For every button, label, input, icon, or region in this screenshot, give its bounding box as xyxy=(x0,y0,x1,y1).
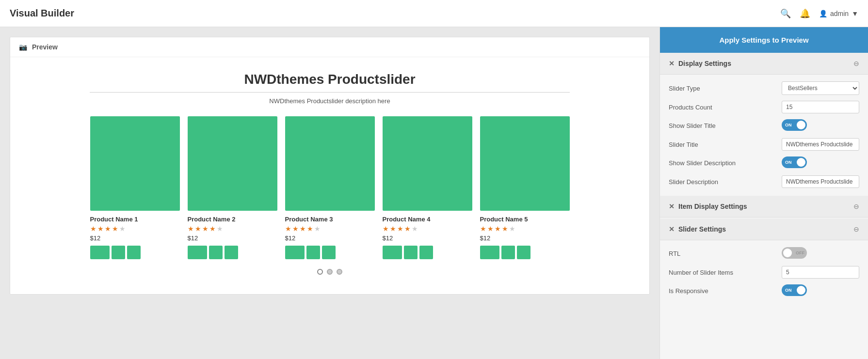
preview-card: 📷 Preview NWDthemes Productslider NWDthe… xyxy=(10,37,650,295)
slider-settings-title-group: ✕ Slider Settings xyxy=(669,225,726,233)
star-icon: ★ xyxy=(502,225,508,233)
show-slider-desc-row: Show Slider Description ON xyxy=(669,156,859,170)
product-stars: ★ ★ ★ ★ ★ xyxy=(480,225,570,233)
add-to-cart-button[interactable] xyxy=(90,246,110,259)
display-settings-header[interactable]: ✕ Display Settings ⊖ xyxy=(660,53,868,75)
slider-dot-3[interactable] xyxy=(337,269,342,275)
compare-button[interactable] xyxy=(322,246,336,259)
navbar-icons: 🔍 🔔 👤 admin ▼ xyxy=(780,8,858,19)
slider-title-row: Slider Title xyxy=(669,138,859,151)
responsive-control: ON xyxy=(782,284,859,297)
camera-icon: 📷 xyxy=(19,43,27,51)
star-icon: ★ xyxy=(195,225,201,233)
wishlist-button[interactable] xyxy=(112,246,125,259)
show-slider-desc-label: Show Slider Description xyxy=(669,159,782,167)
username-label: admin xyxy=(830,10,849,17)
show-slider-title-row: Show Slider Title ON xyxy=(669,119,859,132)
collapse-icon: ⊖ xyxy=(853,60,859,67)
show-slider-title-toggle[interactable]: ON xyxy=(782,119,807,131)
settings-x-icon: ✕ xyxy=(669,60,675,67)
rtl-label: RTL xyxy=(669,250,782,257)
compare-button[interactable] xyxy=(419,246,433,259)
list-item: Product Name 4 ★ ★ ★ ★ ★ $12 xyxy=(383,116,472,259)
list-item: Product Name 1 ★ ★ ★ ★ ★ $12 xyxy=(90,116,180,259)
star-icon: ★ xyxy=(397,225,403,233)
compare-button[interactable] xyxy=(517,246,530,259)
slider-divider xyxy=(90,92,570,93)
compare-button[interactable] xyxy=(225,246,238,259)
add-to-cart-button[interactable] xyxy=(188,246,207,259)
slider-description: NWDthemes Productslider description here xyxy=(30,97,630,105)
display-settings-title: Display Settings xyxy=(678,60,731,67)
product-actions xyxy=(480,246,570,259)
slider-desc-row: Slider Description xyxy=(669,175,859,188)
slider-type-select[interactable]: BestSellers Featured New xyxy=(782,81,859,95)
star-empty-icon: ★ xyxy=(509,225,515,233)
product-name: Product Name 4 xyxy=(383,216,472,223)
wishlist-button[interactable] xyxy=(404,246,418,259)
star-empty-icon: ★ xyxy=(412,225,418,233)
products-count-input[interactable] xyxy=(782,101,859,113)
rtl-toggle[interactable]: OFF xyxy=(782,247,807,259)
show-slider-title-control: ON xyxy=(782,119,859,132)
user-menu[interactable]: 👤 admin ▼ xyxy=(819,10,858,17)
bell-icon[interactable]: 🔔 xyxy=(800,8,810,19)
add-to-cart-button[interactable] xyxy=(480,246,499,259)
product-actions xyxy=(383,246,472,259)
wishlist-button[interactable] xyxy=(209,246,223,259)
product-name: Product Name 5 xyxy=(480,216,570,223)
wishlist-button[interactable] xyxy=(306,246,320,259)
star-icon: ★ xyxy=(383,225,389,233)
star-icon: ★ xyxy=(480,225,486,233)
right-panel: Apply Settings to Preview ✕ Display Sett… xyxy=(659,27,868,359)
slider-type-row: Slider Type BestSellers Featured New xyxy=(669,81,859,95)
products-count-control xyxy=(782,101,859,113)
item-display-settings-title-group: ✕ Item Display Settings xyxy=(669,203,747,210)
item-display-settings-header[interactable]: ✕ Item Display Settings ⊖ xyxy=(660,196,868,218)
preview-label: Preview xyxy=(32,43,58,51)
user-avatar-icon: 👤 xyxy=(819,10,827,17)
product-price: $12 xyxy=(480,234,570,242)
product-price: $12 xyxy=(383,234,472,242)
star-icon: ★ xyxy=(292,225,299,233)
preview-content: NWDthemes Productslider NWDthemes Produc… xyxy=(10,57,649,294)
add-to-cart-button[interactable] xyxy=(285,246,305,259)
slider-settings-title: Slider Settings xyxy=(678,225,726,233)
slider-dot-2[interactable] xyxy=(327,269,333,275)
slider-settings-section: ✕ Slider Settings ⊖ RTL OFF xyxy=(660,219,868,304)
slider-settings-header[interactable]: ✕ Slider Settings ⊖ xyxy=(660,219,868,240)
product-name: Product Name 1 xyxy=(90,216,180,223)
star-icon: ★ xyxy=(495,225,501,233)
apply-settings-button[interactable]: Apply Settings to Preview xyxy=(660,27,868,53)
item-settings-x-icon: ✕ xyxy=(669,203,675,210)
product-actions xyxy=(90,246,180,259)
star-icon: ★ xyxy=(112,225,118,233)
display-settings-section: ✕ Display Settings ⊖ Slider Type BestSel… xyxy=(660,53,868,195)
show-slider-desc-toggle[interactable]: ON xyxy=(782,156,807,168)
slider-dot-1[interactable] xyxy=(317,269,323,275)
product-stars: ★ ★ ★ ★ ★ xyxy=(383,225,472,233)
responsive-toggle[interactable]: ON xyxy=(782,284,807,296)
product-stars: ★ ★ ★ ★ ★ xyxy=(285,225,375,233)
list-item: Product Name 3 ★ ★ ★ ★ ★ $12 xyxy=(285,116,375,259)
product-name: Product Name 3 xyxy=(285,216,375,223)
add-to-cart-button[interactable] xyxy=(383,246,402,259)
slider-dots xyxy=(30,269,630,280)
star-icon: ★ xyxy=(97,225,104,233)
wishlist-button[interactable] xyxy=(501,246,515,259)
rtl-row: RTL OFF xyxy=(669,247,859,260)
main-layout: 📷 Preview NWDthemes Productslider NWDthe… xyxy=(0,27,868,359)
slider-items-input[interactable] xyxy=(782,266,859,279)
slider-title: NWDthemes Productslider xyxy=(30,72,630,87)
product-image xyxy=(90,116,180,211)
compare-button[interactable] xyxy=(127,246,141,259)
display-settings-form: Slider Type BestSellers Featured New Pro… xyxy=(660,75,868,195)
star-icon: ★ xyxy=(105,225,111,233)
slider-desc-input[interactable] xyxy=(782,175,859,188)
slider-desc-field-label: Slider Description xyxy=(669,178,782,186)
slider-title-input[interactable] xyxy=(782,138,859,151)
search-icon[interactable]: 🔍 xyxy=(780,8,791,19)
navbar: Visual Builder 🔍 🔔 👤 admin ▼ xyxy=(0,0,868,27)
star-icon: ★ xyxy=(307,225,313,233)
product-image xyxy=(285,116,375,211)
